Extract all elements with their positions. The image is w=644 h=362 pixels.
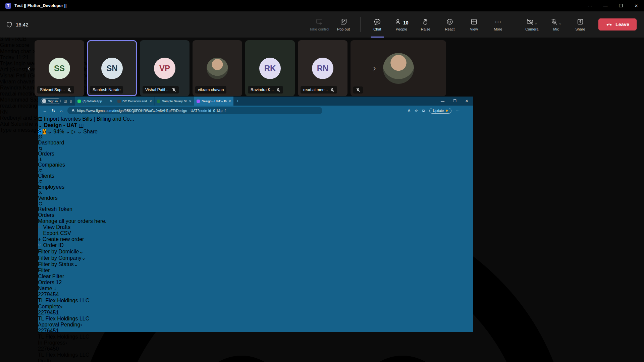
video-tile[interactable]: RNread.ai mee...: [298, 40, 347, 96]
browser-minimize-button[interactable]: —: [441, 99, 444, 103]
order-row[interactable]: 2276451TL Flex Holdings LLCIn Progress›: [38, 328, 473, 346]
sidebar-item-clients[interactable]: Clients: [38, 168, 473, 179]
video-tile[interactable]: RKRavindra K...: [245, 40, 295, 96]
window-close-button[interactable]: ✕: [629, 0, 644, 11]
view-drafts-button[interactable]: View Drafts: [38, 224, 473, 230]
home-icon[interactable]: ⌂: [60, 108, 63, 113]
read-aloud-icon[interactable]: A: [408, 109, 410, 113]
video-tile[interactable]: SNSantosh Narate: [87, 40, 137, 96]
new-tab-button[interactable]: +: [236, 99, 239, 104]
profile-avatar: [42, 99, 46, 103]
filter-status-select[interactable]: Filter by Status⌄: [38, 261, 473, 267]
order-row[interactable]: 2276450TL Flex Holdings LLCDraft›: [38, 346, 473, 362]
window-more-button[interactable]: ⋯: [582, 0, 598, 11]
favorite-star-icon[interactable]: ☆: [415, 109, 418, 113]
filter-domicile-select[interactable]: Filter by Domicile⌄: [38, 248, 473, 255]
people-button[interactable]: 10 People: [391, 11, 412, 38]
participant-avatar: SS: [49, 58, 70, 79]
share-button[interactable]: Share: [570, 11, 591, 38]
tab-close-icon[interactable]: ✕: [189, 100, 192, 103]
react-button[interactable]: React: [439, 11, 461, 38]
sidebar-item-refresh-token[interactable]: Refresh Token: [38, 201, 473, 212]
collections-icon[interactable]: ⧉: [422, 109, 425, 113]
bookmark-bills-link[interactable]: Bills | Billing and Co...: [83, 116, 134, 122]
pop-out-icon: [340, 18, 347, 25]
chat-button[interactable]: Chat: [367, 11, 388, 38]
collaborator-avatar[interactable]: A: [43, 129, 46, 134]
sidebar-item-vendors[interactable]: Vendors: [38, 190, 473, 201]
browser-tab[interactable]: Design - UAT – Figma✕: [194, 97, 233, 106]
mic-button[interactable]: ⌄ Mic: [545, 11, 567, 38]
tab-close-icon[interactable]: ✕: [228, 100, 231, 103]
chat-icon: [374, 18, 381, 25]
browser-update-button[interactable]: Update: [429, 108, 451, 114]
raise-button[interactable]: Raise: [415, 11, 436, 38]
vertical-tabs-icon[interactable]: ▯: [70, 99, 72, 103]
copilot-sidebar-icon[interactable]: ◫: [64, 99, 67, 103]
reload-icon[interactable]: ↻: [52, 108, 55, 113]
tab-close-icon[interactable]: ✕: [149, 100, 152, 103]
figma-present-icon[interactable]: ▷: [72, 129, 76, 134]
edge-copilot-icon[interactable]: [464, 108, 469, 113]
filter-button[interactable]: Filter: [38, 267, 473, 274]
avatar-chevron[interactable]: ⌄: [47, 129, 52, 134]
clear-filter-button[interactable]: Clear Filter: [38, 274, 473, 280]
app-main: Orders Manage all your orders here. View…: [38, 212, 473, 362]
browser-tabs: (6) WhatsApp✕DC Divisions and Surroundin…: [75, 97, 233, 106]
address-bar[interactable]: https://www.figma.com/design/9BKQ0FOHRWa…: [67, 107, 322, 114]
order-row[interactable]: 2279451TL Flex Holdings LLCApproval Pend…: [38, 310, 473, 328]
browser-tab[interactable]: DC Divisions and Surroundings✕: [115, 97, 154, 106]
window-maximize-button[interactable]: ❐: [613, 0, 629, 11]
video-tile[interactable]: vikram chavan: [193, 40, 242, 96]
camera-button[interactable]: ⌄ Camera: [521, 11, 543, 38]
back-icon[interactable]: ←: [43, 108, 47, 113]
more-button[interactable]: ⋯ More: [487, 11, 509, 38]
create-new-order-button[interactable]: + Create new order: [38, 236, 473, 242]
sidebar-item-dashboard[interactable]: Dashboard: [38, 135, 473, 146]
browser-maximize-button[interactable]: ❐: [453, 99, 457, 103]
participant-avatar: RN: [312, 58, 333, 79]
figma-topbar-right: S A ⌄ 94% ⌄ ▷ ⌄ Share: [38, 128, 473, 135]
camera-options-chevron[interactable]: ⌄: [534, 21, 537, 25]
camera-off-icon: [526, 18, 534, 25]
collaborator-avatar[interactable]: S: [38, 129, 42, 134]
chevron-right-icon: ›: [65, 340, 67, 346]
video-tile[interactable]: SSShivani Sup...: [35, 40, 84, 96]
react-smiley-icon: [446, 18, 453, 25]
order-company: TL Flex Holdings LLC: [38, 334, 473, 340]
window-minimize-button[interactable]: —: [598, 0, 613, 11]
tiles-prev-button[interactable]: ‹: [28, 63, 31, 73]
timer-text: 16:42: [16, 22, 29, 27]
browser-profile-button[interactable]: Sign in: [41, 98, 61, 104]
video-tile[interactable]: VPVishal Patil ...: [140, 40, 190, 96]
pop-out-button[interactable]: Pop out: [333, 11, 354, 38]
figma-zoom-level[interactable]: 94%: [53, 129, 64, 134]
leave-button[interactable]: Leave: [598, 18, 637, 31]
order-id: 2276451: [38, 328, 473, 334]
order-row[interactable]: 2279454TL Flex Holdings LLCComplete›: [38, 292, 473, 310]
sidebar-item-companies[interactable]: Companies: [38, 157, 473, 168]
import-favorites-icon: ⊞: [38, 116, 42, 122]
order-id-search-input[interactable]: Order ID: [38, 242, 473, 248]
video-tile[interactable]: [351, 40, 446, 96]
browser-tab[interactable]: Sample Salary Structure with calc✕: [154, 97, 194, 106]
view-button[interactable]: View: [463, 11, 485, 38]
browser-tab[interactable]: (6) WhatsApp✕: [75, 97, 115, 106]
people-icon: [394, 18, 402, 25]
name-sort-header[interactable]: Name ↓: [38, 286, 473, 292]
browser-close-button[interactable]: ✕: [465, 99, 468, 103]
export-csv-button[interactable]: Export CSV: [38, 230, 473, 236]
import-favorites-link[interactable]: Import favorites: [44, 116, 81, 122]
search-icon: [38, 243, 42, 247]
filter-company-select[interactable]: Filter by Company⌄: [38, 255, 473, 261]
take-control-icon: [316, 18, 323, 25]
tab-close-icon[interactable]: ✕: [110, 100, 112, 103]
sidebar-item-orders[interactable]: Orders: [38, 146, 473, 157]
mic-options-chevron[interactable]: ⌄: [558, 21, 561, 25]
browser-more-icon[interactable]: ⋯: [456, 109, 460, 113]
sidebar-item-employees[interactable]: Employees: [38, 179, 473, 190]
tiles-next-button[interactable]: ›: [373, 63, 376, 73]
figma-file-menu[interactable]: ⌄ Design - UAT ◫: [38, 122, 473, 128]
figma-layout-icon[interactable]: ◫: [79, 122, 84, 128]
figma-share-button[interactable]: Share: [83, 129, 98, 134]
